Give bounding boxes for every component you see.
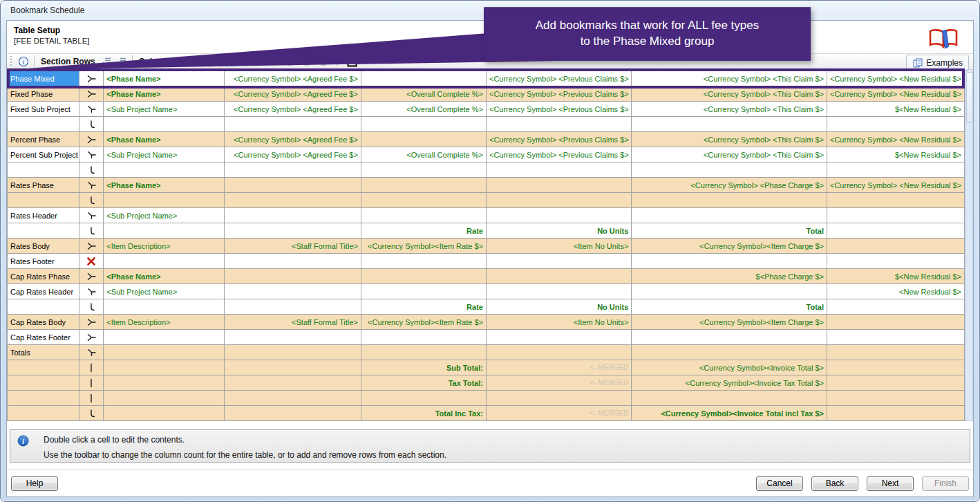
table-cell[interactable] (632, 162, 827, 178)
table-cell[interactable] (827, 391, 965, 406)
table-cell[interactable]: <Currency Symbol> <New Residual $> (827, 132, 965, 147)
table-cell[interactable] (827, 193, 965, 208)
table-cell[interactable]: <Sub Project Name> (104, 284, 225, 299)
table-cell[interactable]: <Sub Project Name> (104, 208, 225, 223)
table-cell[interactable]: <Currency Symbol> <Agreed Fee $> (225, 71, 361, 86)
table-cell[interactable] (486, 254, 631, 269)
table-cell[interactable]: $<New Residual $> (827, 102, 965, 117)
table-cell[interactable] (827, 299, 965, 315)
finish-button[interactable]: Finish (922, 476, 969, 491)
table-cell[interactable]: <Item No Units> (486, 315, 631, 330)
table-cell[interactable] (632, 345, 827, 360)
table-cell[interactable] (827, 117, 965, 132)
table-cell[interactable] (827, 406, 965, 421)
table-cell[interactable] (104, 406, 225, 421)
table-cell[interactable]: <Phase Name> (104, 71, 225, 86)
table-cell[interactable]: <New Residual $> (827, 284, 965, 299)
scrollbar-thumb[interactable] (966, 72, 973, 123)
table-cell[interactable] (225, 254, 361, 269)
table-cell[interactable]: <Currency Symbol> <Previous Claims $> (486, 102, 631, 117)
table-cell[interactable] (225, 162, 361, 178)
info-button[interactable]: i (17, 55, 30, 68)
row-label[interactable] (8, 360, 79, 375)
table-cell[interactable] (225, 193, 361, 208)
table-cell[interactable] (827, 239, 965, 254)
table-cell[interactable]: <Currency Symbol> <New Residual $> (827, 71, 965, 86)
table-cell[interactable]: <Currency Symbol> <Phase Charge $> (632, 178, 827, 193)
table-cell[interactable]: <Currency Symbol> <Agreed Fee $> (225, 86, 361, 102)
table-cell[interactable] (361, 162, 486, 178)
table-cell[interactable]: <Item Description> (104, 315, 225, 330)
table-cell[interactable] (486, 178, 631, 193)
table-cell[interactable]: <Item No Units> (486, 239, 631, 254)
row-label[interactable] (8, 162, 79, 178)
table-cell[interactable]: No Units (486, 223, 631, 239)
table-cell[interactable]: <Currency Symbol> <Agreed Fee $> (225, 132, 361, 147)
table-cell[interactable] (361, 269, 486, 284)
table-cell[interactable]: <Currency Symbol><Invoice Tax Total $> (632, 375, 827, 391)
table-cell[interactable] (486, 391, 631, 406)
help-button[interactable]: Help (11, 476, 58, 491)
table-cell[interactable] (225, 178, 361, 193)
table-cell[interactable]: <Overall Complete %> (361, 147, 486, 162)
add-section-row-button[interactable] (100, 55, 113, 68)
table-cell[interactable] (361, 345, 486, 360)
table-cell[interactable] (225, 375, 361, 391)
table-cell[interactable]: <Currency Symbol> <This Claim $> (632, 71, 827, 86)
table-cell[interactable] (225, 208, 361, 223)
table-cell[interactable] (361, 391, 486, 406)
table-cell[interactable] (361, 132, 486, 147)
table-cell[interactable]: <Currency Symbol> <Previous Claims $> (486, 132, 631, 147)
table-cell[interactable]: <Currency Symbol> <This Claim $> (632, 86, 827, 102)
table-cell[interactable]: No Units (486, 299, 631, 315)
row-label[interactable]: Totals (8, 345, 79, 360)
delete-column-button[interactable] (202, 55, 216, 68)
table-cell[interactable]: <Currency Symbol> <Agreed Fee $> (225, 147, 361, 162)
table-cell[interactable]: <Sub Project Name> (104, 147, 225, 162)
borders-button[interactable] (346, 55, 359, 68)
table-cell[interactable] (486, 269, 631, 284)
table-cell[interactable] (104, 345, 225, 360)
table-cell[interactable] (104, 391, 225, 406)
row-label[interactable]: Cap Rates Header (8, 284, 79, 299)
table-cell[interactable] (361, 178, 486, 193)
back-button[interactable]: Back (811, 476, 858, 491)
examples-button[interactable]: Examples (906, 55, 969, 71)
table-cell[interactable]: <Currency Symbol><Item Rate $> (361, 239, 486, 254)
row-label[interactable]: Rates Footer (8, 254, 79, 269)
table-cell[interactable] (827, 345, 965, 360)
table-cell[interactable]: $<New Residual $> (827, 147, 965, 162)
table-cell[interactable]: Total (632, 223, 827, 239)
table-cell[interactable]: $<New Residual $> (827, 269, 965, 284)
table-cell[interactable]: <Staff Formal Title> (225, 315, 361, 330)
table-cell[interactable] (361, 208, 486, 223)
settings-button[interactable]: ⚙ (239, 55, 253, 68)
table-cell[interactable] (104, 254, 225, 269)
align-left-button[interactable] (285, 55, 299, 68)
table-cell[interactable] (361, 254, 486, 269)
table-cell[interactable]: <Currency Symbol> <Agreed Fee $> (225, 102, 361, 117)
table-cell[interactable] (225, 330, 361, 345)
row-label[interactable] (8, 299, 79, 315)
table-cell[interactable] (104, 375, 225, 391)
cancel-button[interactable]: Cancel (756, 476, 803, 491)
table-cell[interactable]: <Currency Symbol> <Previous Claims $> (486, 86, 631, 102)
table-cell[interactable] (827, 375, 965, 391)
table-cell[interactable]: <Currency Symbol> <New Residual $> (827, 86, 965, 102)
row-label[interactable] (8, 223, 79, 239)
table-cell[interactable]: <Currency Symbol><Invoice Total incl Tax… (632, 406, 827, 421)
table-cell[interactable]: <- MERGED (486, 360, 631, 375)
table-cell[interactable] (486, 284, 631, 299)
table-cell[interactable] (104, 330, 225, 345)
table-cell[interactable] (486, 117, 631, 132)
table-cell[interactable] (225, 223, 361, 239)
table-cell[interactable]: <Item Description> (104, 239, 225, 254)
table-cell[interactable]: <Phase Name> (104, 86, 225, 102)
table-cell[interactable]: <Currency Symbol> <This Claim $> (632, 147, 827, 162)
table-cell[interactable] (486, 330, 631, 345)
table-cell[interactable]: <Currency Symbol> <Previous Claims $> (486, 71, 631, 86)
table-cell[interactable]: Total Inc Tax: (361, 406, 486, 421)
table-cell[interactable]: <- MERGED (486, 375, 631, 391)
table-cell[interactable] (361, 71, 486, 86)
table-cell[interactable] (486, 208, 631, 223)
